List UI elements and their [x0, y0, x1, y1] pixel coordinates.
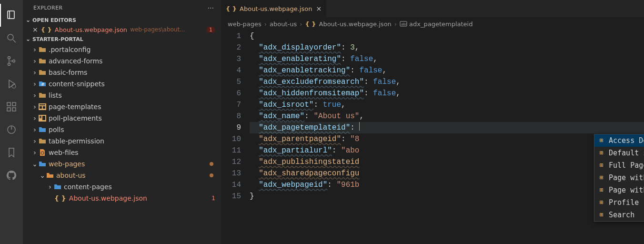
- line-number: 2: [221, 42, 241, 53]
- code-line: "adx_partialurl": "abo: [250, 145, 644, 156]
- svg-rect-18: [40, 116, 41, 117]
- content-snippets-icon: #: [38, 80, 47, 88]
- breadcrumb-segment[interactable]: web-pages: [228, 20, 262, 28]
- suggest-label: Full Page: [609, 160, 644, 171]
- breadcrumb[interactable]: web-pages › about-us › { } About-us.webp…: [221, 17, 644, 30]
- tree-folder-webpages[interactable]: ⌄web-pages: [23, 158, 221, 170]
- svg-point-4: [13, 60, 15, 62]
- enum-icon: ⊞: [597, 209, 606, 221]
- svg-rect-8: [12, 108, 16, 111]
- workspace-header[interactable]: ⌄ STARTER-PORTAL: [23, 34, 221, 44]
- open-editors-header[interactable]: ⌄ OPEN EDITORS: [23, 15, 221, 25]
- chevron-right-icon: ›: [31, 137, 38, 145]
- tree-folder[interactable]: ›advanced-forms: [23, 55, 221, 67]
- line-number: 4: [221, 65, 241, 76]
- code-line: "adx_enabletracking": false,: [250, 65, 644, 76]
- close-icon[interactable]: ×: [32, 26, 38, 33]
- tree-label: lists: [49, 92, 62, 99]
- code-line: {: [250, 30, 644, 42]
- tree-label: content-pages: [64, 183, 112, 191]
- suggest-label: Page with title: [609, 184, 644, 196]
- enum-icon: ⊞: [597, 184, 606, 196]
- line-number: 13: [221, 168, 241, 179]
- line-number: 1: [221, 30, 241, 42]
- tree-folder[interactable]: ›polls: [23, 124, 221, 135]
- open-editor-error-badge: 1: [206, 27, 215, 33]
- explorer-title: EXPLORER: [33, 5, 63, 11]
- tree-folder[interactable]: ›.portalconfig: [23, 44, 221, 55]
- activity-source-control-icon[interactable]: [0, 50, 23, 72]
- line-number: 3: [221, 53, 241, 65]
- line-gutter: 1 2 3 4 5 6 7 8 9 10 11 12 13 14 15: [221, 30, 250, 202]
- breadcrumb-segment[interactable]: abc adx_pagetemplateid: [400, 20, 473, 28]
- code-line: "adx_isroot": true,: [250, 99, 644, 111]
- svg-rect-19: [40, 117, 41, 118]
- code-line: "adx_parentpageid": "8: [250, 133, 644, 145]
- enum-icon: ⊞: [597, 160, 606, 171]
- tree-label: poll-placements: [49, 114, 102, 122]
- activity-explorer-icon[interactable]: [0, 4, 23, 27]
- breadcrumb-segment[interactable]: about-us: [270, 20, 297, 28]
- line-number: 15: [221, 191, 241, 202]
- tree-folder-contentpages[interactable]: ›content-pages: [23, 181, 221, 193]
- tab-filename: About-us.webpage.json: [240, 5, 312, 12]
- web-files-icon: [38, 149, 47, 156]
- chevron-right-icon: ›: [31, 126, 38, 133]
- suggest-item[interactable]: ⊞Profile: [594, 196, 644, 209]
- activity-bookmark-icon[interactable]: [0, 141, 23, 164]
- tree-folder[interactable]: ›#content-snippets: [23, 78, 221, 90]
- svg-rect-9: [12, 102, 16, 106]
- suggest-item[interactable]: ⊞Page with child links: [594, 172, 644, 184]
- chevron-right-icon: ›: [264, 20, 267, 28]
- editor-tab[interactable]: { } About-us.webpage.json ×: [221, 0, 327, 17]
- line-number: 11: [221, 145, 241, 156]
- page-templates-icon: [38, 103, 47, 111]
- activity-extensions-icon[interactable]: [0, 95, 23, 118]
- tree-file-json[interactable]: { }About-us.webpage.json1: [23, 193, 221, 204]
- open-editor-item[interactable]: × { } About-us.webpage.json web-pages\ab…: [23, 25, 221, 34]
- intellisense-popup[interactable]: ⊞Access Denied ⊞Default studio template …: [594, 134, 644, 222]
- svg-rect-14: [40, 104, 45, 105]
- open-editor-filename: About-us.webpage.json: [55, 26, 127, 33]
- tree-folder[interactable]: ›basic-forms: [23, 67, 221, 78]
- activity-github-icon[interactable]: [0, 164, 23, 187]
- sidebar: EXPLORER ⋯ ⌄ OPEN EDITORS × { } About-us…: [23, 0, 221, 244]
- suggest-label: Default studio template: [609, 147, 644, 159]
- code-line: "adx_sharedpageconfigu: [250, 168, 644, 179]
- sidebar-header: EXPLORER ⋯: [23, 0, 221, 15]
- tree-folder-aboutus[interactable]: ⌄about-us: [23, 170, 221, 181]
- suggest-item[interactable]: ⊞Full Page: [594, 159, 644, 172]
- suggest-item[interactable]: ⊞Search: [594, 209, 644, 221]
- activity-search-icon[interactable]: [0, 27, 23, 50]
- close-icon[interactable]: ×: [316, 5, 322, 12]
- code-editor[interactable]: 1 2 3 4 5 6 7 8 9 10 11 12 13 14 15 { "a…: [221, 30, 644, 202]
- enum-icon: ⊞: [597, 147, 606, 159]
- svg-text:#: #: [41, 82, 45, 87]
- activity-power-icon[interactable]: [0, 118, 23, 141]
- line-number: 9: [221, 122, 241, 133]
- code-content[interactable]: { "adx_displayorder": 3, "adx_enablerati…: [250, 30, 644, 202]
- content-pages-icon: [53, 183, 62, 190]
- folder-icon: [38, 138, 47, 144]
- chevron-right-icon: ›: [31, 92, 38, 99]
- suggest-item[interactable]: ⊞Default studio template: [594, 147, 644, 159]
- suggest-item[interactable]: ⊞Page with title: [594, 184, 644, 196]
- chevron-right-icon: ›: [31, 149, 38, 156]
- suggest-label: Profile: [609, 197, 639, 208]
- svg-text:abc: abc: [401, 22, 407, 26]
- chevron-down-icon: ⌄: [26, 36, 30, 42]
- tree-folder[interactable]: ›table-permission: [23, 135, 221, 147]
- breadcrumb-segment[interactable]: About-us.webpage.json: [319, 20, 392, 28]
- explorer-more-icon[interactable]: ⋯: [208, 4, 215, 11]
- chevron-right-icon: ›: [31, 80, 38, 88]
- suggest-item[interactable]: ⊞Access Denied: [594, 134, 644, 147]
- tree-folder[interactable]: ›poll-placements: [23, 112, 221, 124]
- chevron-right-icon: ›: [31, 103, 38, 111]
- activity-debug-icon[interactable]: [0, 72, 23, 95]
- json-file-icon: { }: [41, 26, 52, 33]
- tree-folder[interactable]: ›page-templates: [23, 101, 221, 112]
- code-line: "adx_displayorder": 3,: [250, 42, 644, 53]
- tree-folder[interactable]: ›web-files: [23, 147, 221, 158]
- workspace-title: STARTER-PORTAL: [32, 36, 83, 42]
- tree-folder[interactable]: ›lists: [23, 90, 221, 101]
